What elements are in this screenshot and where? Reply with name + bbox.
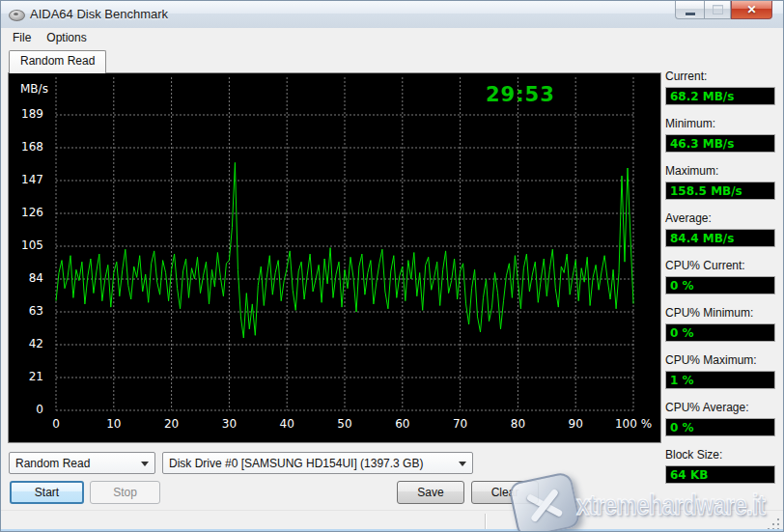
x-tick-label: 90	[552, 417, 599, 431]
stats-panel: Current:68.2 MB/sMinimum:46.3 MB/sMaximu…	[665, 70, 775, 495]
benchmark-chart: MB/s 29:53 18916814712610584634221001020…	[9, 73, 660, 442]
dropdown-arrow-icon	[141, 462, 149, 466]
window-title: AIDA64 Disk Benchmark	[30, 7, 168, 21]
stat-item: CPU% Average:0 %	[665, 401, 775, 436]
stat-item: Minimum:46.3 MB/s	[665, 117, 775, 153]
close-button[interactable]: ✕	[731, 1, 772, 19]
resize-grip-icon[interactable]	[768, 517, 781, 530]
menu-item-options[interactable]: Options	[39, 30, 94, 45]
minimize-button[interactable]	[675, 1, 704, 19]
benchmark-mode-select[interactable]: Random Read	[9, 452, 155, 474]
stat-value-box: 84.4 MB/s	[665, 229, 775, 247]
stat-label: Average:	[665, 211, 775, 225]
x-tick-label: 0	[33, 417, 79, 431]
stat-label: Current:	[665, 70, 775, 83]
elapsed-time: 29:53	[486, 83, 582, 106]
minimize-icon	[686, 13, 695, 15]
stat-value-box: 68.2 MB/s	[665, 87, 775, 105]
y-tick-label: 21	[9, 370, 43, 383]
window-controls: ✕	[675, 1, 772, 19]
stat-item: Average:84.4 MB/s	[665, 211, 775, 247]
y-tick-label: 189	[9, 107, 43, 121]
stat-label: CPU% Average:	[665, 401, 775, 414]
stat-value-box: 0 %	[665, 276, 775, 294]
start-button[interactable]: Start	[10, 481, 84, 504]
app-disk-icon	[9, 10, 25, 21]
dropdown-arrow-icon	[459, 462, 466, 466]
y-tick-label: 168	[9, 140, 43, 154]
x-tick-label: 60	[379, 417, 426, 431]
y-tick-label: 42	[9, 337, 43, 350]
stat-item: Block Size:64 KB	[665, 448, 775, 484]
stat-value-box: 0 %	[665, 418, 775, 436]
stat-value-box: 64 KB	[665, 465, 775, 484]
stat-value-box: 1 %	[665, 371, 775, 389]
stat-label: CPU% Current:	[665, 259, 775, 272]
x-tick-label: 50	[322, 417, 368, 431]
y-tick-label: 147	[9, 173, 43, 186]
stat-item: Maximum:158.5 MB/s	[665, 164, 775, 200]
y-tick-label: 63	[9, 304, 43, 318]
benchmark-mode-value: Random Read	[15, 457, 90, 470]
drive-value: Disk Drive #0 [SAMSUNG HD154UI] (1397.3 …	[169, 457, 423, 470]
drive-select[interactable]: Disk Drive #0 [SAMSUNG HD154UI] (1397.3 …	[162, 452, 473, 474]
stat-item: Current:68.2 MB/s	[665, 70, 775, 105]
x-tick-label: 100 %	[610, 417, 657, 431]
stop-button[interactable]: Stop	[90, 481, 160, 504]
watermark-text: xtremehardware.it	[576, 489, 765, 521]
maximize-icon	[713, 5, 723, 14]
tab-random-read[interactable]: Random Read	[9, 50, 106, 73]
x-tick-label: 10	[91, 417, 137, 431]
x-logo-icon	[521, 482, 567, 527]
stat-label: CPU% Minimum:	[665, 306, 775, 320]
x-tick-label: 40	[264, 417, 310, 431]
save-button[interactable]: Save	[397, 481, 464, 504]
y-tick-label: 0	[9, 403, 43, 416]
maximize-button[interactable]	[704, 1, 731, 19]
stat-label: CPU% Maximum:	[665, 353, 775, 367]
menu-item-file[interactable]: File	[5, 30, 39, 45]
stat-label: Maximum:	[665, 164, 775, 178]
app-window: AIDA64 Disk Benchmark ✕ File Options Ran…	[0, 0, 784, 532]
y-tick-label: 84	[9, 271, 43, 285]
status-bar-separator	[485, 514, 486, 530]
title-bar: AIDA64 Disk Benchmark ✕	[1, 1, 783, 29]
y-tick-label: 105	[9, 238, 43, 252]
x-tick-label: 80	[494, 417, 541, 431]
close-icon: ✕	[746, 4, 756, 15]
stat-label: Minimum:	[665, 117, 775, 130]
stat-item: CPU% Current:0 %	[665, 259, 775, 294]
stat-label: Block Size:	[665, 448, 775, 462]
y-axis-unit-label: MB/s	[20, 82, 48, 96]
x-tick-label: 30	[206, 417, 252, 431]
x-tick-label: 20	[149, 417, 195, 431]
window-bottom-edge	[1, 529, 783, 531]
stat-value-box: 158.5 MB/s	[665, 182, 775, 200]
stat-value-box: 0 %	[665, 323, 775, 342]
tab-page: MB/s 29:53 18916814712610584634221001020…	[8, 72, 661, 443]
x-tick-label: 70	[437, 417, 484, 431]
stat-item: CPU% Maximum:1 %	[665, 353, 775, 389]
stat-value-box: 46.3 MB/s	[665, 134, 775, 153]
chart-canvas	[9, 73, 660, 442]
stat-item: CPU% Minimum:0 %	[665, 306, 775, 342]
y-tick-label: 126	[9, 206, 43, 219]
menu-bar: File Options	[1, 28, 783, 46]
